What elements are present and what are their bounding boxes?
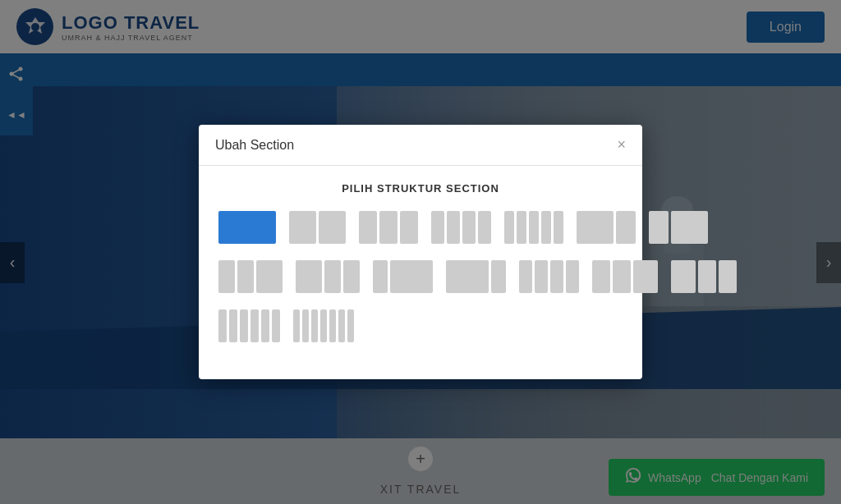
modal-title: Ubah Section — [215, 138, 294, 153]
layout-option-1-1-2[interactable] — [215, 257, 286, 296]
layout-row-3 — [215, 306, 626, 346]
layout-option-small-large[interactable] — [646, 208, 711, 247]
layout-option-4eq[interactable] — [428, 208, 494, 247]
layout-option-3eq[interactable] — [356, 208, 421, 247]
layout-option-2eq[interactable] — [286, 208, 349, 247]
layout-option-6col[interactable] — [215, 306, 283, 346]
layout-option-large-small[interactable] — [573, 208, 639, 247]
layout-option-7col[interactable] — [290, 306, 357, 346]
ubah-section-modal: Ubah Section × PILIH STRUKTUR SECTION — [199, 125, 642, 379]
layout-option-3-1[interactable] — [443, 257, 509, 296]
modal-header: Ubah Section × — [199, 125, 642, 166]
layout-row-2 — [215, 257, 626, 296]
layout-grid — [215, 208, 626, 346]
modal-close-button[interactable]: × — [617, 136, 626, 153]
layout-option-3-2[interactable] — [589, 257, 661, 296]
section-structure-title: PILIH STRUKTUR SECTION — [215, 182, 626, 195]
layout-option-1-3[interactable] — [370, 257, 436, 296]
layout-option-2-1-1[interactable] — [292, 257, 363, 296]
layout-option-full[interactable] — [215, 208, 279, 247]
modal-body: PILIH STRUKTUR SECTION — [199, 166, 642, 362]
layout-row-1 — [215, 208, 626, 247]
layout-option-2-3[interactable] — [668, 257, 740, 296]
layout-option-5eq[interactable] — [501, 208, 567, 247]
layout-option-4v[interactable] — [516, 257, 582, 296]
